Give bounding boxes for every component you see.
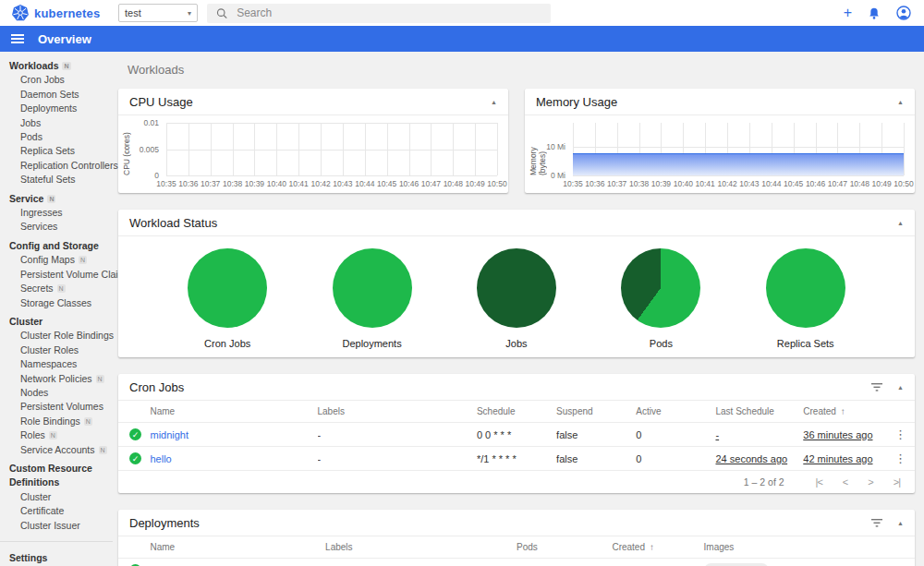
sidebar-item-deployments[interactable]: Deployments — [0, 102, 113, 115]
sidebar-item-service[interactable]: ServiceN — [0, 192, 113, 206]
sidebar-section-cluster: ClusterCluster Role BindingsCluster Role… — [0, 315, 113, 457]
column-header-schedule[interactable]: Schedule — [477, 401, 556, 423]
sidebar-item-config-maps[interactable]: Config MapsN — [0, 253, 113, 267]
sidebar-item-cluster-issuer[interactable]: Cluster Issuer — [0, 519, 113, 533]
sidebar-item-config-and-storage[interactable]: Config and Storage — [0, 239, 113, 253]
column-header-labels[interactable]: Labels — [318, 401, 477, 423]
sidebar-item-jobs[interactable]: Jobs — [0, 116, 113, 130]
notifications-button[interactable] — [868, 6, 881, 20]
column-header-pods[interactable]: Pods — [517, 536, 612, 559]
sidebar-item-stateful-sets[interactable]: Stateful Sets — [0, 173, 113, 187]
sidebar-item-pods[interactable]: Pods — [0, 130, 113, 144]
sidebar-item-replication-controllers[interactable]: Replication Controllers — [0, 159, 113, 173]
collapse-icon[interactable]: ▲ — [491, 99, 497, 105]
sidebar-item-label: Daemon Sets — [20, 88, 79, 102]
namespace-selector[interactable]: test ▾ — [118, 4, 198, 22]
filter-icon[interactable] — [871, 383, 882, 391]
sidebar-item-cluster-role-bindings[interactable]: Cluster Role Bindings — [0, 329, 113, 343]
sidebar-item-roles[interactable]: RolesN — [0, 428, 113, 442]
memory-usage-chart: Memory (bytes) 10 Mi0 Mi 10:3510:3610:37… — [573, 123, 904, 193]
pie-label: Cron Jobs — [172, 338, 283, 349]
collapse-icon[interactable]: ▲ — [897, 220, 904, 226]
sidebar: WorkloadsNCron JobsDaemon SetsDeployment… — [0, 52, 113, 566]
resource-link[interactable]: midnight — [150, 429, 188, 440]
account-button[interactable] — [896, 6, 911, 20]
cell-pods: 2 / 2 — [517, 559, 612, 566]
cell-images: nginx:1.14.2 — [704, 559, 887, 566]
create-resource-button[interactable]: + — [844, 6, 852, 20]
cell-schedule: */1 * * * * — [477, 447, 556, 471]
sidebar-item-replica-sets[interactable]: Replica Sets — [0, 144, 113, 158]
gridline — [166, 175, 497, 176]
collapse-icon[interactable]: ▲ — [897, 99, 904, 105]
sidebar-item-service-accounts[interactable]: Service AccountsN — [0, 443, 113, 457]
column-header-created[interactable]: Created↑ — [803, 401, 891, 423]
collapse-icon[interactable]: ▲ — [897, 384, 904, 391]
last-page-button[interactable]: >| — [894, 476, 900, 488]
workload-pie-replica-sets: Replica Sets — [750, 248, 861, 349]
column-header-active[interactable]: Active — [636, 401, 715, 423]
previous-page-button[interactable]: < — [843, 476, 847, 488]
column-header-suspend[interactable]: Suspend — [556, 401, 636, 423]
workload-pie-deployments: Deployments — [317, 248, 428, 349]
sidebar-item-workloads[interactable]: WorkloadsN — [0, 59, 113, 73]
sidebar-section-service: ServiceNIngressesServices — [0, 192, 113, 235]
row-menu-button[interactable]: ⋮ — [891, 452, 910, 465]
sidebar-item-services[interactable]: Services — [0, 220, 113, 234]
sidebar-item-daemon-sets[interactable]: Daemon Sets — [0, 88, 113, 102]
pagination: 1 – 2 of 2 |< < > >| — [118, 470, 915, 493]
sidebar-item-storage-classes[interactable]: Storage Classes — [0, 296, 113, 310]
sidebar-item-custom-resource-definitions[interactable]: Custom Resource Definitions — [0, 462, 113, 490]
sidebar-item-cluster[interactable]: Cluster — [0, 315, 113, 329]
row-menu-button[interactable]: ⋮ — [891, 428, 910, 441]
sidebar-item-role-bindings[interactable]: Role BindingsN — [0, 415, 113, 428]
pie-label: Jobs — [461, 338, 572, 349]
x-axis-tick: 10:49 — [871, 179, 891, 188]
x-axis-tick: 10:45 — [784, 179, 803, 188]
filter-icon[interactable] — [871, 519, 882, 527]
x-axis-tick: 10:38 — [223, 179, 242, 188]
sidebar-item-cron-jobs[interactable]: Cron Jobs — [0, 73, 113, 87]
sidebar-section-label: Cluster — [9, 315, 43, 329]
resource-link[interactable]: hello — [150, 453, 171, 464]
first-page-button[interactable]: |< — [816, 476, 822, 488]
x-axis-tick: 10:38 — [629, 179, 649, 188]
kubernetes-logo[interactable]: kubernetes — [11, 4, 115, 22]
namespaced-badge: N — [47, 195, 55, 203]
relative-time: - — [715, 429, 719, 440]
sidebar-item-namespaces[interactable]: Namespaces — [0, 357, 113, 371]
sidebar-item-cluster[interactable]: Cluster — [0, 490, 113, 504]
x-axis-tick: 10:37 — [201, 179, 220, 188]
sidebar-item-network-policies[interactable]: Network PoliciesN — [0, 372, 113, 386]
x-axis-tick: 10:43 — [333, 179, 352, 188]
column-header-created[interactable]: Created↑ — [612, 536, 703, 559]
x-axis-tick: 10:46 — [806, 179, 825, 188]
search-input[interactable] — [237, 6, 541, 19]
workload-status-pies: Cron JobsDeploymentsJobsPodsReplica Sets — [118, 236, 915, 357]
column-header-name[interactable]: Name — [150, 536, 325, 559]
column-header-name[interactable]: Name — [150, 401, 317, 423]
sidebar-item-secrets[interactable]: SecretsN — [0, 282, 113, 295]
search-bar[interactable] — [207, 4, 551, 23]
column-header-last-schedule[interactable]: Last Schedule — [715, 401, 803, 423]
sidebar-item-persistent-volumes[interactable]: Persistent Volumes — [0, 400, 113, 414]
next-page-button[interactable]: > — [868, 476, 872, 488]
column-header-images[interactable]: Images — [704, 536, 887, 559]
hamburger-menu-icon[interactable] — [11, 38, 24, 40]
sidebar-item-nodes[interactable]: Nodes — [0, 386, 113, 400]
sidebar-item-certificate[interactable]: Certificate — [0, 504, 113, 518]
relative-time: 36 minutes ago — [803, 429, 872, 440]
memory-usage-card: Memory Usage ▲ Memory (bytes) 10 Mi0 Mi … — [525, 89, 915, 193]
sidebar-item-ingresses[interactable]: Ingresses — [0, 206, 113, 220]
gridline — [166, 150, 497, 151]
deployments-table: NameLabelsPodsCreated↑Images ✓test-2 / 2… — [118, 536, 915, 566]
sidebar-item-persistent-volume-claims[interactable]: Persistent Volume ClaimsN — [0, 268, 113, 282]
collapse-icon[interactable]: ▲ — [897, 520, 904, 526]
toolbar-title: Overview — [38, 32, 91, 46]
sidebar-item-label: Role Bindings — [20, 415, 80, 428]
relative-time: 42 minutes ago — [803, 453, 872, 464]
sidebar-item-cluster-roles[interactable]: Cluster Roles — [0, 343, 113, 357]
sidebar-item-settings[interactable]: Settings — [0, 548, 113, 566]
sidebar-item-label: Service Accounts — [20, 443, 95, 457]
column-header-labels[interactable]: Labels — [325, 536, 517, 559]
